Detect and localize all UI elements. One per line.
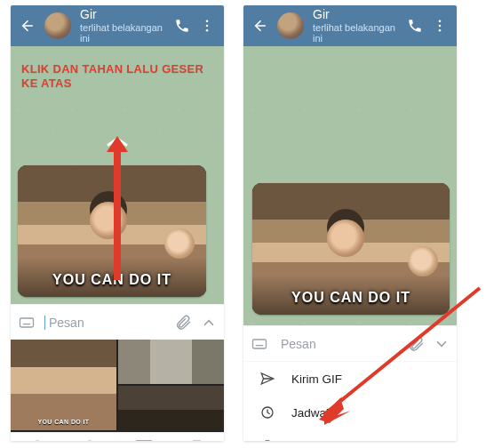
gif-thumbnail[interactable]: YOU CAN DO IT [11,340,116,430]
gif-preview-image: YOU CAN DO IT [252,183,450,315]
back-icon[interactable] [20,18,36,34]
gif-context-menu: Kirim GIF Jadwal Hapus [243,361,457,441]
svg-rect-11 [253,340,267,348]
header-title-block[interactable]: Gir terlihat belakangan ini [313,8,398,44]
chat-header: Gir terlihat belakangan ini [243,5,457,46]
chevron-down-icon[interactable] [201,315,217,331]
more-icon[interactable] [432,18,448,34]
svg-point-8 [439,20,442,22]
menu-schedule[interactable]: Jadwal [243,396,457,429]
menu-delete[interactable]: Hapus [243,429,457,441]
menu-item-label: Jadwal [291,406,329,420]
menu-send-gif[interactable]: Kirim GIF [243,362,457,396]
red-arrow-up-icon [100,131,135,282]
sticker-icon[interactable] [190,438,206,442]
message-input[interactable]: Pesan [44,316,165,330]
avatar[interactable] [277,12,304,39]
gif-caption: YOU CAN DO IT [252,290,450,306]
svg-point-1 [206,25,209,28]
avatar[interactable] [44,12,71,39]
picker-bottom-bar: GIF [11,432,224,441]
keyboard-icon[interactable] [251,335,268,353]
svg-point-0 [206,20,209,22]
message-input-bar: Pesan [11,304,224,340]
instruction-text: KLIK DAN TAHAN LALU GESER KE ATAS [21,62,203,92]
attach-icon[interactable] [174,314,192,332]
keyboard-icon[interactable] [18,314,36,332]
gif-thumbnail[interactable] [118,386,224,430]
svg-point-10 [439,29,442,32]
chevron-down-icon[interactable] [434,336,450,352]
svg-rect-6 [134,440,152,441]
attach-icon[interactable] [407,335,425,353]
clock-icon[interactable] [29,438,45,442]
contact-status: terlihat belakangan ini [313,22,398,44]
screen-right: Gir terlihat belakangan ini YOU CAN DO I… [243,5,457,441]
contact-name: Gir [80,8,165,21]
message-input[interactable]: Pesan [277,337,398,351]
menu-item-label: Hapus [291,440,326,442]
gif-thumbnail-caption: YOU CAN DO IT [11,419,116,425]
menu-item-label: Kirim GIF [291,372,342,386]
gif-tab-icon[interactable]: GIF [134,439,154,442]
svg-point-9 [439,25,442,28]
contact-status: terlihat belakangan ini [80,22,165,44]
svg-point-2 [206,29,209,32]
gif-picker-panel: YOU CAN DO IT [11,340,224,432]
message-input-bar: Pesan [243,325,457,361]
gif-thumbnail[interactable] [118,340,224,384]
gif-message[interactable]: YOU CAN DO IT [252,183,450,315]
more-icon[interactable] [199,18,215,34]
svg-point-5 [84,441,95,442]
svg-point-4 [32,441,43,442]
svg-rect-3 [20,318,34,327]
smile-icon[interactable] [82,438,98,442]
chat-header: Gir terlihat belakangan ini [11,5,224,46]
contact-name: Gir [313,8,398,21]
call-icon[interactable] [174,18,190,34]
header-title-block[interactable]: Gir terlihat belakangan ini [80,8,165,44]
call-icon[interactable] [407,18,423,34]
chat-area[interactable]: YOU CAN DO IT [243,46,457,325]
chat-area[interactable]: KLIK DAN TAHAN LALU GESER KE ATAS YOU CA… [11,46,224,304]
back-icon[interactable] [252,18,268,34]
screen-left: Gir terlihat belakangan ini KLIK DAN TAH… [11,5,224,441]
